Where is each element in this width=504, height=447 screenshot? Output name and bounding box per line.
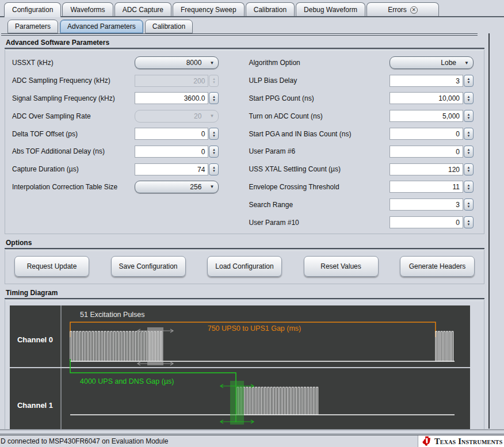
capture-duration-value[interactable]: 74 bbox=[135, 163, 208, 175]
field-row-envelope-threshold: Envelope Crossing Threshold 11 ▲▼ bbox=[249, 178, 474, 196]
field-row-start-ppg-count: Start PPG Count (ns) 10,000 ▲▼ bbox=[249, 90, 474, 108]
tab-adc-capture[interactable]: ADC Capture bbox=[114, 2, 171, 16]
tab-calibration[interactable]: Calibration bbox=[246, 2, 295, 16]
field-row-user-param-10: User Param #10 0 ▲▼ bbox=[249, 213, 474, 231]
user-param-10-value[interactable]: 0 bbox=[390, 216, 463, 228]
ulp-bias-delay-value[interactable]: 3 bbox=[390, 75, 463, 87]
user-param-6-value[interactable]: 0 bbox=[390, 146, 463, 158]
ussxt-dropdown[interactable]: 8000 ▼ bbox=[135, 56, 219, 69]
field-row-uss-xtal-settling: USS XTAL Settling Count (µs) 120 ▲▼ bbox=[249, 161, 474, 178]
spinner-arrows-icon[interactable]: ▲▼ bbox=[464, 216, 474, 228]
search-range-value[interactable]: 3 bbox=[390, 198, 463, 211]
field-row-signal-sampling-freq: Signal Sampling Frequency (kHz) 3600.0 ▲… bbox=[12, 90, 219, 108]
uss-xtal-settling-value[interactable]: 120 bbox=[390, 163, 463, 175]
start-pga-bias-count-value[interactable]: 0 bbox=[390, 128, 463, 140]
ti-logo-icon bbox=[422, 436, 432, 446]
spinner-arrows-icon[interactable]: ▲▼ bbox=[464, 92, 474, 104]
chevron-down-icon[interactable]: ▼ bbox=[460, 60, 473, 66]
spinner-arrows-icon[interactable]: ▲▼ bbox=[209, 128, 219, 140]
tab-errors[interactable]: Errors ✕ bbox=[366, 2, 439, 16]
algorithm-option-dropdown[interactable]: Lobe ▼ bbox=[390, 56, 474, 69]
user-param-6-spinner[interactable]: 0 ▲▼ bbox=[390, 146, 474, 158]
panel-splitter[interactable] bbox=[488, 33, 490, 429]
generate-headers-button[interactable]: Generate Headers bbox=[400, 256, 475, 277]
field-row-ussxt: USSXT (kHz) 8000 ▼ bbox=[12, 54, 219, 72]
sub-tab-bar: Parameters Advanced Parameters Calibrati… bbox=[0, 17, 504, 33]
start-ppg-count-spinner[interactable]: 10,000 ▲▼ bbox=[390, 92, 474, 104]
envelope-threshold-value[interactable]: 11 bbox=[390, 181, 463, 193]
chevron-down-icon[interactable]: ▼ bbox=[205, 60, 218, 66]
adc-oversampling-dropdown: 20 ▼ bbox=[135, 110, 219, 123]
interpolation-table-dropdown[interactable]: 256 ▼ bbox=[135, 181, 219, 193]
spinner-arrows-icon[interactable]: ▲▼ bbox=[464, 75, 474, 87]
turn-on-adc-count-spinner[interactable]: 5,000 ▲▼ bbox=[390, 110, 474, 122]
channel-1-label: Channel 1 bbox=[17, 401, 53, 410]
search-range-spinner[interactable]: 3 ▲▼ bbox=[390, 198, 474, 211]
capture-duration-spinner[interactable]: 74 ▲▼ bbox=[135, 163, 219, 175]
tab-errors-label: Errors bbox=[388, 6, 407, 14]
envelope-threshold-spinner[interactable]: 11 ▲▼ bbox=[390, 181, 474, 193]
abs-tof-delay-spinner[interactable]: 0 ▲▼ bbox=[135, 146, 219, 158]
uss-xtal-settling-label: USS XTAL Settling Count (µs) bbox=[249, 165, 341, 173]
field-row-turn-on-adc-count: Turn on ADC Count (ns) 5,000 ▲▼ bbox=[249, 107, 474, 125]
options-title: Options bbox=[5, 237, 484, 249]
abs-tof-delay-value[interactable]: 0 bbox=[135, 146, 208, 158]
tab-waveforms[interactable]: Waveforms bbox=[62, 2, 113, 16]
right-field-column: Algorithm Option Lobe ▼ ULP Bias Delay 3… bbox=[249, 54, 474, 231]
subtab-parameters[interactable]: Parameters bbox=[7, 20, 58, 33]
timing-diagram-title: Timing Diagram bbox=[5, 287, 484, 299]
reset-values-button[interactable]: Reset Values bbox=[304, 256, 379, 277]
field-row-capture-duration: Capture Duration (µs) 74 ▲▼ bbox=[12, 161, 219, 178]
excitation-pulses-label: 51 Excitation Pulses bbox=[80, 311, 145, 319]
channel-1-drag-marker[interactable] bbox=[230, 381, 244, 425]
start-pga-bias-count-spinner[interactable]: 0 ▲▼ bbox=[390, 128, 474, 140]
algorithm-option-value: Lobe bbox=[390, 59, 460, 67]
subtab-advanced-parameters[interactable]: Advanced Parameters bbox=[60, 20, 143, 33]
left-field-column: USSXT (kHz) 8000 ▼ ADC Sampling Frequenc… bbox=[12, 54, 219, 231]
status-bar: D connected to MSP430FR6047 on Evaluatio… bbox=[0, 435, 504, 447]
turn-on-adc-count-value[interactable]: 5,000 bbox=[390, 110, 463, 122]
ulp-bias-delay-spinner[interactable]: 3 ▲▼ bbox=[390, 75, 474, 87]
close-icon[interactable]: ✕ bbox=[410, 6, 418, 14]
save-configuration-button[interactable]: Save Configuration bbox=[111, 256, 186, 277]
spinner-arrows-icon[interactable]: ▲▼ bbox=[209, 146, 219, 158]
ti-brand: Texas Instruments bbox=[418, 435, 504, 447]
spinner-arrows-icon[interactable]: ▲▼ bbox=[464, 110, 474, 122]
delta-tof-offset-spinner[interactable]: 0 ▲▼ bbox=[135, 128, 219, 140]
timing-diagram-panel: Channel 0 Channel 1 51 Excitation Pulses… bbox=[5, 300, 484, 436]
tab-frequency-sweep[interactable]: Frequency Sweep bbox=[173, 2, 245, 16]
tab-configuration[interactable]: Configuration bbox=[4, 2, 61, 17]
spinner-arrows-icon[interactable]: ▲▼ bbox=[464, 163, 474, 175]
interpolation-table-label: Interpolation Correction Table Size bbox=[12, 183, 117, 191]
delta-tof-offset-value[interactable]: 0 bbox=[135, 128, 208, 140]
chevron-down-icon[interactable]: ▼ bbox=[205, 184, 218, 189]
field-row-adc-oversampling: ADC Over Sampling Rate 20 ▼ bbox=[12, 107, 219, 125]
signal-sampling-freq-spinner[interactable]: 3600.0 ▲▼ bbox=[135, 92, 219, 104]
load-configuration-button[interactable]: Load Configuration bbox=[207, 256, 282, 277]
subtab-calibration[interactable]: Calibration bbox=[145, 20, 193, 33]
ups-gap-label: 750 UPS0 to UPS1 Gap (ms) bbox=[208, 324, 301, 333]
start-ppg-count-label: Start PPG Count (ns) bbox=[249, 94, 314, 102]
spinner-arrows-icon[interactable]: ▲▼ bbox=[209, 163, 219, 175]
advanced-parameters-title: Advanced Software Parameters bbox=[5, 37, 484, 49]
uss-xtal-settling-spinner[interactable]: 120 ▲▼ bbox=[390, 163, 474, 175]
main-tab-bar: Configuration Waveforms ADC Capture Freq… bbox=[0, 0, 504, 17]
field-row-start-pga-bias-count: Start PGA and IN Bias Count (ns) 0 ▲▼ bbox=[249, 125, 474, 143]
spinner-arrows-icon[interactable]: ▲▼ bbox=[464, 181, 474, 193]
tab-debug-waveform[interactable]: Debug Waveform bbox=[296, 2, 365, 16]
start-pga-bias-count-label: Start PGA and IN Bias Count (ns) bbox=[249, 130, 351, 138]
spinner-arrows-icon[interactable]: ▲▼ bbox=[464, 146, 474, 158]
start-ppg-count-value[interactable]: 10,000 bbox=[390, 92, 463, 104]
user-param-10-spinner[interactable]: 0 ▲▼ bbox=[390, 216, 474, 228]
spinner-arrows-icon[interactable]: ▲▼ bbox=[464, 128, 474, 140]
algorithm-option-label: Algorithm Option bbox=[249, 59, 300, 67]
spinner-arrows-icon[interactable]: ▲▼ bbox=[464, 198, 474, 211]
request-update-button[interactable]: Request Update bbox=[14, 256, 89, 277]
user-param-6-label: User Param #6 bbox=[249, 147, 295, 155]
ussxt-label: USSXT (kHz) bbox=[12, 59, 54, 67]
signal-sampling-freq-label: Signal Sampling Frequency (kHz) bbox=[12, 94, 115, 102]
spinner-arrows-icon[interactable]: ▲▼ bbox=[209, 92, 219, 104]
signal-sampling-freq-value[interactable]: 3600.0 bbox=[135, 92, 208, 104]
adc-sampling-freq-label: ADC Sampling Frequency (kHz) bbox=[12, 77, 110, 85]
channel-0-drag-marker[interactable] bbox=[147, 327, 163, 365]
